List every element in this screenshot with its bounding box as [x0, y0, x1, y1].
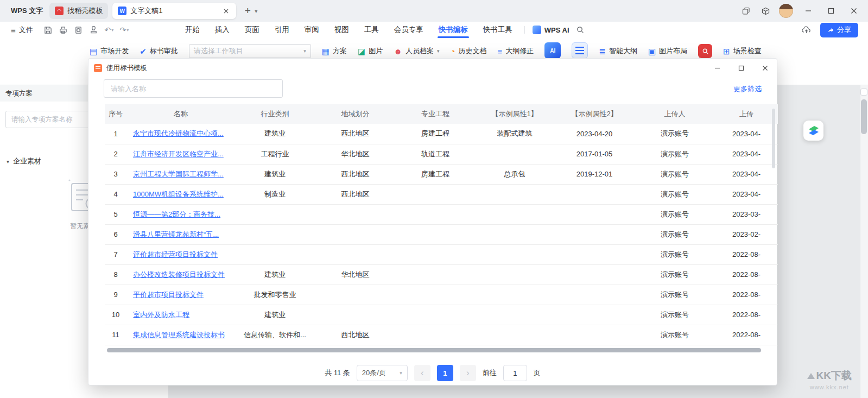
redo-icon[interactable]: ↷▾ — [118, 23, 131, 36]
smart-outline-button[interactable]: ≣ 智能大纲 — [599, 44, 637, 58]
table-cell: 5 — [105, 204, 126, 224]
table-cell: 2022-08- — [715, 285, 778, 305]
template-name-link[interactable]: 办公楼改造装修项目投标文件 — [133, 270, 225, 279]
wps-app-menu-button[interactable]: WPS 文字 — [4, 0, 49, 22]
dialog-minimize-button[interactable] — [705, 59, 729, 77]
menu-tab[interactable]: 会员专享 — [387, 22, 431, 38]
scroll-top-button[interactable] — [860, 89, 867, 96]
personnel-files-button[interactable]: ☻ 人员档案 ▾ — [394, 44, 439, 58]
page-size-select[interactable]: 20条/页 ▾ — [357, 365, 408, 381]
table-cell: 演示账号 — [635, 124, 715, 144]
new-tab-button[interactable] — [240, 4, 255, 18]
template-name-link[interactable]: 永宁市现代冷链物流中心项... — [133, 129, 224, 137]
table-cell: 演示账号 — [635, 144, 715, 164]
tab-label: 找稻壳模板 — [67, 6, 103, 16]
template-name-link[interactable]: 恒源——第2部分：商务技... — [133, 210, 220, 218]
table-cell — [554, 305, 635, 325]
template-card-icon-button[interactable] — [572, 42, 588, 59]
collapse-caret-icon[interactable] — [7, 159, 9, 165]
prev-page-button[interactable] — [414, 365, 430, 381]
window-maximize-button[interactable] — [821, 3, 841, 19]
window-close-button[interactable] — [844, 3, 864, 19]
market-dev-button[interactable]: ▤ 市场开发 — [90, 44, 129, 58]
sidebar-group-enterprise-material[interactable]: 企业素材 — [7, 156, 41, 166]
window-minimize-button[interactable] — [799, 3, 818, 19]
table-cell: 信息传输、软件和... — [235, 325, 315, 345]
template-name-link[interactable]: 1000MW机组设备系统维护... — [133, 190, 224, 198]
image-layout-button[interactable]: ▣ 图片布局 — [648, 44, 687, 58]
window-layout-icon[interactable] — [738, 3, 754, 19]
scrollbar-thumb[interactable] — [861, 99, 867, 134]
template-name-search-input[interactable] — [104, 79, 283, 98]
ribbon-label: 图片 — [369, 46, 383, 56]
template-name-link[interactable]: 江舟市经济开发区临空产业... — [133, 150, 224, 158]
ai-check-icon-button[interactable] — [698, 44, 712, 58]
menu-tab[interactable]: 页面 — [237, 22, 267, 38]
table-horizontal-scrollbar[interactable] — [107, 348, 761, 352]
table-cell: 10 — [105, 305, 126, 325]
ai-doc-icon-button[interactable] — [544, 42, 561, 59]
table-row: 5恒源——第2部分：商务技...演示账号2023-03- — [105, 204, 778, 224]
kuaishu-float-widget[interactable] — [803, 121, 823, 141]
smart-outline-icon: ≣ — [599, 47, 606, 55]
kk-logo-icon — [807, 373, 815, 379]
template-name-link[interactable]: 平价超市项目投标文件 — [133, 290, 204, 299]
outline-fix-button[interactable]: ≡ 大纲修正 — [498, 44, 534, 58]
project-select[interactable]: 请选择工作项目 ▾ — [189, 44, 311, 58]
tab-list-caret-icon[interactable] — [255, 8, 263, 14]
table-row: 11集成信息管理系统建设投标书信息传输、软件和...西北地区演示账号2022-0… — [105, 325, 778, 345]
template-name-link[interactable]: 滑县八里营镇龙苑新村“五... — [133, 230, 219, 238]
dialog-close-button[interactable] — [753, 59, 777, 77]
upload-cloud-icon[interactable] — [799, 23, 814, 37]
menu-tab[interactable]: 审阅 — [297, 22, 327, 38]
template-name-link[interactable]: 室内外及防水工程 — [133, 311, 189, 319]
menu-tab[interactable]: 开始 — [178, 22, 207, 38]
template-name-link[interactable]: 京州工程大学国际工程师学... — [133, 170, 224, 178]
template-name-link[interactable]: 评价超市经营项目投标文件 — [133, 250, 218, 258]
more-filters-link[interactable]: 更多筛选 — [733, 84, 762, 94]
tab-document[interactable]: 文字文稿1 — [112, 3, 236, 19]
app-window: WPS 文字 找稻壳模板 文字文稿1 — [0, 0, 868, 398]
table-cell: 江舟市经济开发区临空产业... — [126, 144, 235, 164]
scene-check-button[interactable]: ⊞ 场景检查 — [723, 44, 762, 58]
menu-tab[interactable]: 快书工具 — [476, 22, 520, 38]
table-vertical-scrollbar[interactable] — [772, 109, 775, 168]
menu-tab[interactable]: 引用 — [267, 22, 297, 38]
ribbon-label: 标书审批 — [150, 46, 178, 56]
print-preview-icon[interactable] — [72, 23, 85, 36]
print-icon[interactable] — [57, 23, 70, 36]
save-icon[interactable] — [42, 23, 55, 36]
table-cell — [396, 244, 475, 264]
goto-page-input[interactable] — [503, 365, 527, 381]
menu-tab[interactable]: 工具 — [357, 22, 387, 38]
tab-docer-template[interactable]: 找稻壳模板 — [49, 3, 108, 19]
user-avatar[interactable] — [779, 4, 793, 18]
tab-close-icon[interactable] — [221, 6, 231, 16]
dialog-maximize-button[interactable] — [729, 59, 753, 77]
bid-approval-button[interactable]: ✔ 标书审批 — [140, 44, 178, 58]
table-cell — [396, 285, 475, 305]
template-name-link[interactable]: 集成信息管理系统建设投标书 — [133, 331, 225, 339]
window-vertical-scrollbar[interactable] — [860, 85, 868, 398]
share-button[interactable]: 分享 — [820, 23, 858, 37]
menu-tab[interactable]: 插入 — [207, 22, 237, 38]
dialog-titlebar: 使用标书模板 — [88, 59, 777, 77]
current-page-button[interactable]: 1 — [437, 365, 453, 381]
share-button-label: 分享 — [837, 25, 851, 35]
table-cell — [315, 305, 396, 325]
table-cell: 房建工程 — [396, 164, 475, 184]
next-page-button[interactable] — [460, 365, 476, 381]
picture-button[interactable]: ◪ 图片 — [358, 44, 383, 58]
menu-tab[interactable]: 视图 — [327, 22, 357, 38]
history-docs-button[interactable]: ◔ 历史文档 — [450, 44, 486, 58]
plan-button[interactable]: ▦ 方案 — [322, 44, 347, 58]
stamp-icon[interactable] — [87, 23, 100, 36]
menu-tab[interactable]: 快书编标 — [431, 22, 476, 38]
promo-box-icon[interactable] — [757, 3, 774, 19]
table-body: 1永宁市现代冷链物流中心项...建筑业西北地区房建工程装配式建筑2023-04-… — [105, 124, 778, 345]
goto-label: 前往 — [483, 368, 497, 378]
wps-ai-button[interactable]: WPS AI — [529, 26, 573, 34]
file-menu-button[interactable]: 文件 — [5, 22, 39, 38]
undo-icon[interactable]: ↶▾ — [103, 23, 116, 36]
search-icon[interactable] — [573, 23, 588, 37]
